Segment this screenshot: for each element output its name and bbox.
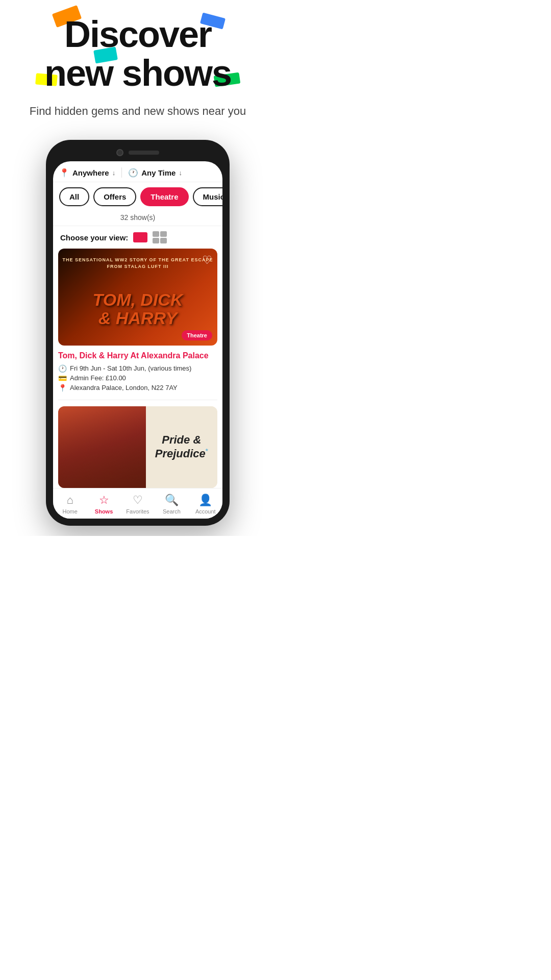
show-card-2[interactable]: Pride &Prejudice* bbox=[58, 406, 217, 488]
show-date: Fri 9th Jun - Sat 10th Jun, (various tim… bbox=[70, 364, 191, 372]
location-filter[interactable]: 📍 Anywhere ↓ bbox=[59, 168, 115, 178]
show-2-star: * bbox=[206, 447, 208, 455]
phone-speaker bbox=[129, 151, 159, 155]
show-category-badge: Theatre bbox=[182, 330, 212, 340]
show-image-2-figures bbox=[58, 406, 146, 488]
phone-mockup: 📍 Anywhere ↓ 🕐 Any Time ↓ All Offers bbox=[0, 140, 276, 536]
view-selector-row: Choose your view: bbox=[53, 226, 222, 249]
shows-icon: ☆ bbox=[99, 494, 109, 507]
location-icon: 📍 bbox=[59, 168, 69, 178]
hero-subtitle: Find hidden gems and new shows near you bbox=[10, 103, 265, 119]
nav-item-home[interactable]: ⌂ Home bbox=[56, 494, 84, 514]
hero-section: Discover new shows Find hidden gems and … bbox=[0, 0, 276, 125]
nav-item-search[interactable]: 🔍 Search bbox=[158, 494, 186, 514]
show-title-1[interactable]: Tom, Dick & Harry At Alexandra Palace bbox=[58, 351, 217, 361]
time-filter[interactable]: 🕐 Any Time ↓ bbox=[128, 168, 182, 178]
category-pill-all[interactable]: All bbox=[59, 187, 89, 206]
clock-meta-icon: 🕐 bbox=[58, 364, 67, 373]
nav-label-shows: Shows bbox=[95, 508, 113, 514]
nav-label-favorites: Favorites bbox=[126, 508, 149, 514]
show-2-display-title: Pride &Prejudice* bbox=[155, 433, 208, 460]
category-row: All Offers Theatre Music bbox=[53, 182, 222, 211]
home-icon: ⌂ bbox=[67, 494, 73, 507]
category-pill-music[interactable]: Music bbox=[193, 187, 222, 206]
list-view-button[interactable] bbox=[133, 232, 147, 242]
hero-title: Discover new shows bbox=[10, 15, 265, 92]
show-tagline: THE SENSATIONAL WW2 STORY OF THE GREAT E… bbox=[58, 257, 217, 270]
nav-item-favorites[interactable]: ♡ Favorites bbox=[123, 494, 152, 514]
filter-bar: 📍 Anywhere ↓ 🕐 Any Time ↓ bbox=[53, 161, 222, 182]
category-pill-theatre[interactable]: Theatre bbox=[140, 187, 188, 206]
show-date-row: 🕐 Fri 9th Jun - Sat 10th Jun, (various t… bbox=[58, 364, 217, 373]
show-image-2[interactable]: Pride &Prejudice* bbox=[58, 406, 217, 488]
card-icon: 💳 bbox=[58, 374, 67, 382]
filter-divider bbox=[121, 167, 122, 178]
bottom-navigation: ⌂ Home ☆ Shows ♡ Favorites 🔍 Search bbox=[53, 488, 222, 519]
time-arrow-icon: ↓ bbox=[179, 169, 182, 177]
show-image-1[interactable]: THE SENSATIONAL WW2 STORY OF THE GREAT E… bbox=[58, 249, 217, 346]
search-icon: 🔍 bbox=[165, 494, 179, 507]
nav-label-search: Search bbox=[163, 508, 181, 514]
pin-icon: 📍 bbox=[58, 384, 67, 392]
phone-frame: 📍 Anywhere ↓ 🕐 Any Time ↓ All Offers bbox=[46, 140, 230, 526]
location-arrow-icon: ↓ bbox=[112, 169, 116, 177]
grid-cell-1 bbox=[153, 231, 159, 237]
results-count: 32 show(s) bbox=[53, 211, 222, 226]
phone-notch bbox=[53, 149, 222, 156]
phone-camera bbox=[116, 149, 123, 156]
nav-label-account: Account bbox=[195, 508, 216, 514]
view-selector-label: Choose your view: bbox=[60, 233, 128, 242]
show-admin-fee: Admin Fee: £10.00 bbox=[70, 374, 126, 382]
app-content: 📍 Anywhere ↓ 🕐 Any Time ↓ All Offers bbox=[53, 161, 222, 519]
favorite-heart-icon[interactable]: ♡ bbox=[202, 254, 212, 267]
nav-item-account[interactable]: 👤 Account bbox=[191, 494, 219, 514]
account-icon: 👤 bbox=[198, 494, 212, 507]
category-pill-offers[interactable]: Offers bbox=[93, 187, 136, 206]
clock-icon: 🕐 bbox=[128, 168, 138, 178]
time-label: Any Time bbox=[141, 168, 176, 177]
favorites-icon: ♡ bbox=[133, 494, 143, 507]
grid-cell-3 bbox=[153, 238, 159, 243]
grid-cell-4 bbox=[160, 238, 167, 243]
nav-item-shows[interactable]: ☆ Shows bbox=[90, 494, 118, 514]
phone-screen: 📍 Anywhere ↓ 🕐 Any Time ↓ All Offers bbox=[53, 161, 222, 519]
show-location: Alexandra Palace, London, N22 7AY bbox=[70, 384, 178, 391]
show-image-2-right: Pride &Prejudice* bbox=[146, 406, 217, 488]
show-location-row: 📍 Alexandra Palace, London, N22 7AY bbox=[58, 384, 217, 392]
grid-cell-2 bbox=[160, 231, 167, 237]
show-fee-row: 💳 Admin Fee: £10.00 bbox=[58, 374, 217, 382]
grid-view-button[interactable] bbox=[153, 231, 167, 243]
location-label: Anywhere bbox=[72, 168, 109, 177]
nav-label-home: Home bbox=[63, 508, 78, 514]
show-display-title: TOM, DICK & HARRY bbox=[58, 291, 217, 327]
show-card-1: THE SENSATIONAL WW2 STORY OF THE GREAT E… bbox=[58, 249, 217, 400]
show-meta-1: 🕐 Fri 9th Jun - Sat 10th Jun, (various t… bbox=[58, 364, 217, 392]
show-image-2-left bbox=[58, 406, 146, 488]
